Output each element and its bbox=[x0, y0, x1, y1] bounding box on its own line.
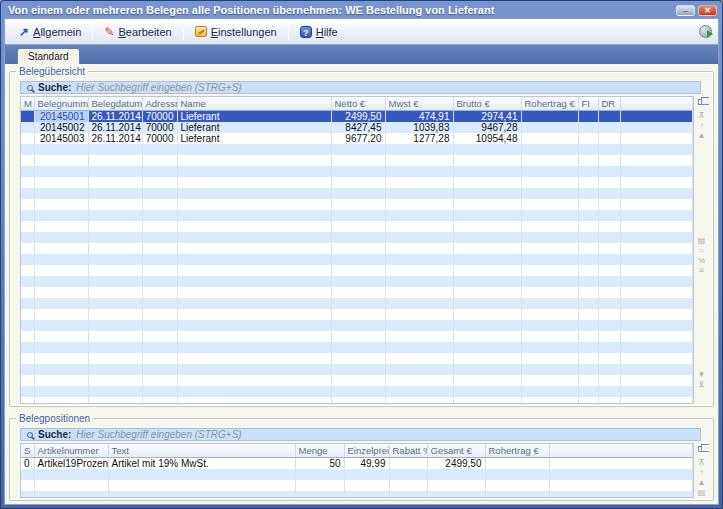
cell[interactable]: 70000 bbox=[142, 133, 177, 144]
cell[interactable] bbox=[598, 110, 620, 122]
cell[interactable]: 1039,83 bbox=[385, 122, 453, 133]
empty-row bbox=[21, 166, 693, 177]
menu-einstellungen-button[interactable]: Einstellungen bbox=[187, 23, 285, 41]
minimize-button[interactable]: – bbox=[676, 5, 695, 16]
scroll-bottom-icon[interactable]: ⊻ bbox=[699, 380, 705, 390]
column-header[interactable]: Rabatt % bbox=[389, 444, 427, 457]
column-header[interactable]: Belegnummer bbox=[34, 97, 88, 110]
menu-bearbeiten-button[interactable]: ✎ Bearbeiten bbox=[96, 23, 179, 41]
column-header[interactable]: Rohertrag € bbox=[485, 444, 549, 457]
cell[interactable]: 20145003 bbox=[34, 133, 88, 144]
cell[interactable] bbox=[521, 133, 578, 144]
cell[interactable]: Lieferant bbox=[177, 133, 331, 144]
cell[interactable]: Lieferant bbox=[177, 110, 331, 122]
cell[interactable] bbox=[521, 110, 578, 122]
column-header[interactable]: Menge bbox=[295, 444, 344, 457]
cell[interactable]: Lieferant bbox=[177, 122, 331, 133]
cell[interactable] bbox=[620, 133, 693, 144]
table-row[interactable]: 0Artikel19ProzentArtikel mit 19% MwSt.50… bbox=[21, 457, 693, 469]
settings-note-icon bbox=[195, 26, 207, 37]
menu-hilfe-button[interactable]: ? Hilfe bbox=[292, 23, 346, 41]
cell[interactable] bbox=[21, 122, 34, 133]
column-header[interactable]: Netto € bbox=[331, 97, 385, 110]
cell[interactable] bbox=[598, 133, 620, 144]
cell[interactable] bbox=[485, 457, 549, 469]
cell[interactable]: 9677,20 bbox=[331, 133, 385, 144]
column-header[interactable]: Adressnumm bbox=[142, 97, 177, 110]
zoom-icon[interactable]: ○ bbox=[699, 246, 704, 256]
beleg-positions-search[interactable]: Suche: Hier Suchbegriff eingeben (STRG+S… bbox=[20, 428, 701, 441]
column-header[interactable]: M bbox=[21, 97, 34, 110]
cell[interactable]: 49,99 bbox=[344, 457, 389, 469]
cell[interactable] bbox=[598, 122, 620, 133]
cell[interactable] bbox=[21, 110, 34, 122]
search-icon bbox=[27, 85, 33, 91]
cell[interactable]: 26.11.2014 Mi bbox=[88, 110, 142, 122]
cell[interactable]: 26.11.2014 Mi bbox=[88, 122, 142, 133]
table-row[interactable]: 2014500126.11.2014 Mi70000Lieferant2499,… bbox=[21, 110, 693, 122]
cell[interactable]: 10954,48 bbox=[453, 133, 521, 144]
empty-row bbox=[21, 287, 693, 298]
filter-icon[interactable]: ≡ bbox=[699, 266, 704, 276]
cell[interactable]: 8427,45 bbox=[331, 122, 385, 133]
web-refresh-icon[interactable] bbox=[699, 25, 712, 38]
cell[interactable]: Artikel19Prozent bbox=[34, 457, 108, 469]
cell[interactable]: Artikel mit 19% MwSt. bbox=[108, 457, 295, 469]
cell[interactable] bbox=[620, 122, 693, 133]
cell[interactable]: 70000 bbox=[142, 110, 177, 122]
column-header[interactable]: Gesamt € bbox=[427, 444, 485, 457]
cell[interactable] bbox=[578, 110, 598, 122]
percent-icon[interactable]: % bbox=[698, 256, 705, 266]
cell[interactable]: 2499,50 bbox=[427, 457, 485, 469]
beleg-overview-search[interactable]: Suche: Hier Suchbegriff eingeben (STRG+S… bbox=[20, 81, 701, 94]
app-window: Von einem oder mehreren Belegen alle Pos… bbox=[0, 0, 723, 509]
tab-standard[interactable]: Standard bbox=[17, 48, 80, 64]
scroll-top-icon[interactable]: ⊼ bbox=[699, 458, 705, 468]
column-header[interactable]: DR bbox=[598, 97, 620, 110]
cell[interactable]: 474,91 bbox=[385, 110, 453, 122]
column-header[interactable]: Name bbox=[177, 97, 331, 110]
move-up-icon[interactable]: ↑ bbox=[700, 121, 704, 131]
page-up-icon[interactable]: ▲ bbox=[698, 478, 706, 488]
empty-row bbox=[21, 210, 693, 221]
cell[interactable]: 1277,28 bbox=[385, 133, 453, 144]
cell[interactable]: 26.11.2014 Mi bbox=[88, 133, 142, 144]
cell[interactable] bbox=[578, 122, 598, 133]
column-header[interactable]: FI bbox=[578, 97, 598, 110]
copy-grid-icon[interactable] bbox=[698, 99, 705, 105]
table-row[interactable]: 2014500326.11.2014 Mi70000Lieferant9677,… bbox=[21, 133, 693, 144]
cell[interactable]: 70000 bbox=[142, 122, 177, 133]
table-row[interactable]: 2014500226.11.2014 Mi70000Lieferant8427,… bbox=[21, 122, 693, 133]
cell[interactable]: 20145001 bbox=[34, 110, 88, 122]
menu-allgemein-button[interactable]: ↗ Allgemein bbox=[11, 23, 89, 41]
cell[interactable] bbox=[389, 457, 427, 469]
cell[interactable]: 0 bbox=[21, 457, 34, 469]
cell[interactable]: 50 bbox=[295, 457, 344, 469]
empty-row bbox=[21, 320, 693, 331]
list-view-icon[interactable]: ▤ bbox=[698, 236, 706, 246]
cell[interactable] bbox=[549, 457, 693, 469]
column-header[interactable]: Mwst € bbox=[385, 97, 453, 110]
cell[interactable]: 2974,41 bbox=[453, 110, 521, 122]
cell[interactable]: 9467,28 bbox=[453, 122, 521, 133]
close-button[interactable]: ✕ bbox=[698, 5, 717, 16]
cell[interactable] bbox=[578, 133, 598, 144]
column-header[interactable]: Rohertrag € bbox=[521, 97, 578, 110]
cell[interactable] bbox=[521, 122, 578, 133]
page-down-icon[interactable]: ▼ bbox=[698, 370, 706, 380]
list-view-icon[interactable]: ▤ bbox=[698, 488, 706, 498]
column-header[interactable]: Brutto € bbox=[453, 97, 521, 110]
copy-grid-icon[interactable] bbox=[698, 446, 705, 452]
column-header[interactable]: Artikelnummer bbox=[34, 444, 108, 457]
scroll-top-icon[interactable]: ⊼ bbox=[699, 111, 705, 121]
column-header[interactable]: Belegdatum bbox=[88, 97, 142, 110]
page-up-icon[interactable]: ▲ bbox=[698, 131, 706, 141]
column-header[interactable]: Text bbox=[108, 444, 295, 457]
cell[interactable] bbox=[21, 133, 34, 144]
column-header[interactable]: S bbox=[21, 444, 34, 457]
cell[interactable] bbox=[620, 110, 693, 122]
cell[interactable]: 20145002 bbox=[34, 122, 88, 133]
cell[interactable]: 2499,50 bbox=[331, 110, 385, 122]
column-header[interactable]: Einzelpreis € bbox=[344, 444, 389, 457]
move-up-icon[interactable]: ↑ bbox=[700, 468, 704, 478]
